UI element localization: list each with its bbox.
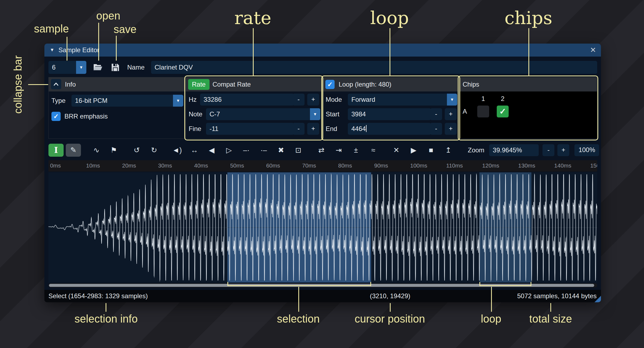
window-title: Sample Editor (58, 44, 99, 57)
toolbar-buttons: I✎∿⚑↺↻◄)↔◀▷–··–✖⊡⇄⇥±≈✕▶■↥ (48, 144, 458, 157)
name-label: Name (127, 61, 145, 74)
draw-tool-button[interactable]: ✎ (66, 144, 81, 157)
zoom-reset-button[interactable]: 100% (574, 144, 599, 156)
annotation-cursor-position: cursor position (336, 313, 444, 325)
chips-highlight-outline (458, 75, 598, 140)
normalize-button[interactable]: ⇥ (331, 144, 346, 157)
ruler-label: 100ms (410, 162, 427, 169)
sample-name-input[interactable]: Clarinet DQV (151, 61, 597, 74)
annotation-line-cursor-position (390, 303, 391, 312)
save-sample-button[interactable] (109, 61, 122, 74)
ruler-label: 140ms (554, 162, 571, 169)
ruler-label: 20ms (122, 162, 136, 169)
delete-button[interactable]: ✖ (273, 144, 289, 157)
ruler-label: 10ms (86, 162, 100, 169)
ruler-label: 120ms (482, 162, 499, 169)
brr-emphasis-label: BRR emphasis (64, 110, 108, 122)
close-icon[interactable]: ✕ (590, 44, 596, 57)
trim-button[interactable]: ⊡ (291, 144, 306, 157)
filter-button[interactable]: ≈ (366, 144, 381, 157)
chevron-down-icon: ▼ (173, 95, 183, 107)
title-bar[interactable]: ▼ Sample Editor ✕ (44, 44, 601, 57)
preview-button[interactable]: ▶ (406, 144, 421, 157)
info-title: Info (65, 77, 76, 91)
type-value: 16-bit PCM (75, 95, 107, 107)
open-sample-button[interactable] (91, 61, 104, 74)
invert-button[interactable]: ▷ (221, 144, 237, 157)
annotation-collapse-bar: collapse bar (12, 50, 24, 120)
fade-in-button[interactable]: –· (239, 144, 254, 157)
zoom-out-button[interactable]: - (542, 144, 554, 156)
create-wavetable-button[interactable]: ⚑ (106, 144, 121, 157)
sample-select-value: 6 (52, 61, 55, 74)
ruler-label: 40ms (194, 162, 208, 169)
annotation-rate: rate (220, 8, 285, 28)
brr-emphasis-checkbox[interactable]: ✓ (51, 112, 61, 121)
zoom-input[interactable]: 39.9645% (489, 144, 539, 156)
ruler-label: 130ms (518, 162, 535, 169)
crossfade-button[interactable]: ✕ (389, 144, 404, 157)
annotation-loop: loop (357, 8, 422, 28)
status-total-size: 5072 samples, 10144 bytes (517, 290, 597, 302)
ruler-label: 90ms (374, 162, 388, 169)
loop-highlight-outline (321, 75, 460, 140)
save-icon (110, 63, 120, 72)
amplify-button[interactable]: ◄) (169, 144, 185, 157)
undo-button[interactable]: ↺ (129, 144, 144, 157)
sample-toolbar: I✎∿⚑↺↻◄)↔◀▷–··–✖⊡⇄⇥±≈✕▶■↥ Zoom 39.9645% … (48, 143, 597, 157)
rate-highlight-outline (184, 75, 323, 140)
sample-name-value: Clarinet DQV (155, 64, 193, 71)
annotation-sample: sample (30, 23, 73, 35)
select-tool-button[interactable]: I (48, 144, 64, 157)
zoom-label: Zoom (468, 146, 484, 154)
horizontal-scrollbar[interactable] (48, 283, 597, 287)
fade-out-button[interactable]: ·– (256, 144, 271, 157)
ruler-label: 30ms (158, 162, 172, 169)
sign-invert-button[interactable]: ± (348, 144, 364, 157)
ruler-label: 0ms (50, 162, 61, 169)
chevron-down-icon: ▼ (76, 61, 86, 74)
reverse-button[interactable]: ◀ (204, 144, 219, 157)
zoom-value: 39.9645% (493, 146, 522, 154)
annotation-open: open (89, 10, 127, 22)
annotation-save: save (106, 23, 144, 35)
stop-preview-button[interactable]: ■ (423, 144, 439, 157)
annotation-total-size: total size (510, 313, 591, 325)
zoom-in-button[interactable]: + (557, 144, 569, 156)
ruler-label: 80ms (338, 162, 352, 169)
resize-grip[interactable] (594, 296, 601, 302)
waveform-view[interactable] (48, 172, 597, 283)
annotation-line-selection-info (106, 303, 106, 312)
sample-editor-window: ▼ Sample Editor ✕ 6 ▼ Name Clarinet DQV (44, 44, 601, 302)
redo-button[interactable]: ↻ (146, 144, 162, 157)
ruler-label: 70ms (302, 162, 316, 169)
ruler-label: 50ms (230, 162, 244, 169)
type-label: Type (51, 95, 66, 107)
info-header: Info (49, 77, 185, 91)
annotation-line-total-size (550, 303, 551, 312)
info-panel: Info Type 16-bit PCM ▼ ✓ BRR emphasis (48, 77, 186, 139)
chevron-up-icon (53, 81, 59, 87)
annotation-selection-info: selection info (57, 313, 155, 325)
status-cursor-position: (3210, 19429) (370, 290, 410, 302)
collapse-bar-button[interactable] (51, 79, 61, 89)
import-button[interactable]: ↥ (441, 144, 456, 157)
resize-button[interactable]: ↔ (187, 144, 202, 157)
flip-button[interactable]: ⇄ (314, 144, 329, 157)
type-dropdown[interactable]: 16-bit PCM ▼ (71, 95, 183, 107)
open-folder-icon (93, 63, 103, 72)
ruler-label: 110ms (446, 162, 463, 169)
sample-select-dropdown[interactable]: 6 ▼ (48, 61, 86, 74)
window-collapse-icon[interactable]: ▼ (50, 44, 54, 57)
status-bar: Select (1654-2983: 1329 samples) (3210, … (44, 290, 601, 302)
annotation-loop-point: loop (464, 313, 518, 325)
annotation-chips: chips (496, 8, 561, 28)
ruler-label: 150ms (590, 162, 597, 169)
annotation-selection: selection (260, 313, 336, 325)
status-selection-info: Select (1654-2983: 1329 samples) (48, 290, 148, 302)
timeline-ruler: 0ms10ms20ms30ms40ms50ms60ms70ms80ms90ms1… (48, 160, 597, 172)
waveform-canvas (48, 172, 597, 283)
resample-button[interactable]: ∿ (89, 144, 104, 157)
scrollbar-thumb[interactable] (49, 284, 594, 287)
ruler-label: 60ms (266, 162, 280, 169)
